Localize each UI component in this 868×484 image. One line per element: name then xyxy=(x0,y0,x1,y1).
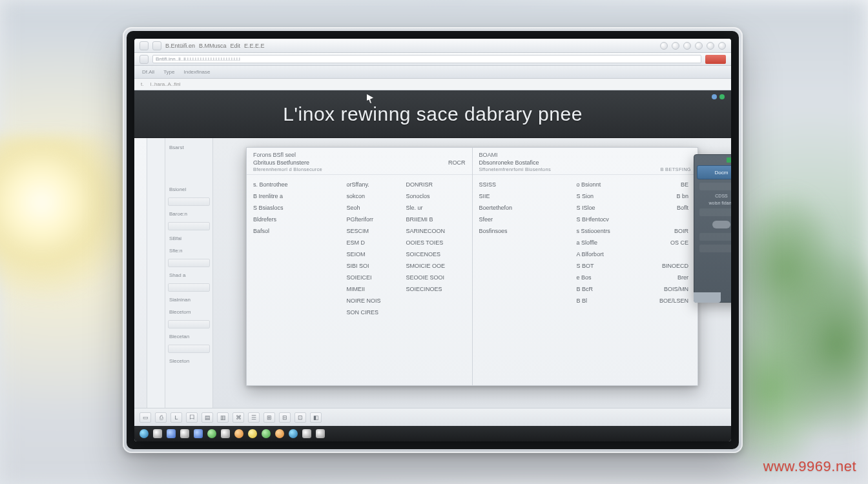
os-taskbar[interactable] xyxy=(134,426,731,441)
table-row[interactable]: SIBI SOISMOICIE OOE xyxy=(253,260,466,272)
table-row[interactable]: SOIEICEISEOOIE SOOI xyxy=(253,272,466,283)
sidebar-item[interactable]: Sialninan xyxy=(165,296,212,304)
toolbar-button[interactable]: ◧ xyxy=(310,412,322,423)
table-row[interactable]: a SloffleOS CE xyxy=(479,237,692,248)
sidebar-item[interactable] xyxy=(168,283,210,292)
taskbar-app-icon[interactable] xyxy=(153,429,162,438)
table-row[interactable]: B BlBOE/LSEN xyxy=(479,295,692,307)
tab[interactable]: Indexfinase xyxy=(183,69,210,75)
pane-head-line: BOAMI xyxy=(479,152,498,158)
tray-icon[interactable] xyxy=(695,42,703,50)
table-row[interactable]: MIMEIISOIECINOES xyxy=(253,283,466,295)
cell: S BOT xyxy=(577,263,641,269)
toolbar-button[interactable]: L xyxy=(170,412,182,423)
reload-button[interactable] xyxy=(140,55,149,64)
toolbar-button[interactable]: ⌘ xyxy=(232,412,244,423)
taskbar-app-icon[interactable] xyxy=(194,429,203,438)
toolbar-button[interactable]: ⊡ xyxy=(294,412,306,423)
tab[interactable]: Df.All xyxy=(142,69,154,75)
sidebar-item[interactable] xyxy=(168,345,210,353)
sidebar-item[interactable] xyxy=(168,222,210,230)
table-row[interactable]: e BosBrer xyxy=(479,272,692,283)
nav-back-button[interactable] xyxy=(140,41,149,50)
taskbar-app-icon[interactable] xyxy=(302,429,311,438)
panel-toggle[interactable] xyxy=(712,221,730,228)
nav-fwd-button[interactable] xyxy=(152,41,161,50)
taskbar-app-icon[interactable] xyxy=(221,429,230,438)
os-menu-bar[interactable]: B.Entüifi.en B.MMusca Edit E.E.E.E xyxy=(134,39,731,53)
table-row[interactable]: S BsiaslocsSeohSle. ur xyxy=(253,202,466,214)
tray-icon[interactable] xyxy=(718,42,726,50)
sidebar-item[interactable]: Sfie:n xyxy=(165,247,212,255)
page-banner: L'inox rewinng sace dabrary pnee xyxy=(134,90,731,138)
sidebar-item[interactable]: SBfai xyxy=(165,234,212,243)
taskbar-app-icon[interactable] xyxy=(207,429,216,438)
toolbar-button[interactable]: 口 xyxy=(186,412,198,423)
taskbar-app-icon[interactable] xyxy=(234,429,243,438)
sidebar-item[interactable] xyxy=(168,197,210,206)
sidebar-item[interactable]: Bsionel xyxy=(165,185,212,194)
panel-close-strip[interactable] xyxy=(727,157,731,163)
taskbar-app-icon[interactable] xyxy=(180,429,189,438)
toolbar-button[interactable]: ⎙ xyxy=(155,412,167,423)
table-row[interactable]: SIIES SionB bn xyxy=(479,190,692,202)
table-row[interactable]: BldrefersPGfteriforrBRIIEMI B xyxy=(253,214,466,225)
panel-footer-tab[interactable] xyxy=(694,292,721,303)
table-row[interactable]: S BOTBINOECD xyxy=(479,260,692,272)
menu-item[interactable]: E.E.E.E xyxy=(244,43,265,49)
menu-item[interactable]: B.Entüifi.en xyxy=(165,43,195,49)
taskbar-app-icon[interactable] xyxy=(275,429,284,438)
sidebar-item[interactable]: Shad a xyxy=(165,271,212,279)
sidebar-item[interactable]: Bsarst xyxy=(165,143,212,152)
table-row[interactable]: B Irenlitre asokconSonoclos xyxy=(253,190,466,202)
sidebar-item[interactable]: Blecetom xyxy=(165,308,212,316)
table-row[interactable]: NOIRE NOIS xyxy=(253,295,466,307)
sidebar-item[interactable] xyxy=(168,320,210,328)
tray-icon[interactable] xyxy=(660,42,668,50)
table-row[interactable]: B BcRBOIS/MN xyxy=(479,283,692,295)
table-row[interactable]: s. BontrotheeorSffany.DONRISR xyxy=(253,179,466,190)
cell: s. Bontrothee xyxy=(253,181,347,188)
cell: Boertethefon xyxy=(479,205,577,211)
toolbar-button[interactable]: ▤ xyxy=(202,412,213,423)
menu-item[interactable]: B.MMusca xyxy=(199,43,227,49)
cell: S Bsiaslocs xyxy=(253,205,347,211)
toolbar-button[interactable]: ☰ xyxy=(248,412,260,423)
table-row[interactable]: ESM DOOIES TOIES xyxy=(253,237,466,248)
toolbar-button[interactable]: ⊟ xyxy=(279,412,291,423)
sidebar-item[interactable]: Blecetan xyxy=(165,332,212,341)
column-header: ROCR xyxy=(448,159,466,166)
floating-panel[interactable]: Docm CDSS woisn fidano xyxy=(694,154,731,303)
address-text[interactable]: Bntifi.inn..li..ii.i.i.i.i.i.i.i.i.i.i.i… xyxy=(152,55,701,63)
table-row[interactable]: SSISSo BsionntBE xyxy=(479,179,692,190)
sidebar-item[interactable] xyxy=(168,259,210,267)
toolbar-button[interactable]: ▭ xyxy=(140,412,151,423)
cell: SIBI SOI xyxy=(347,263,406,269)
taskbar-app-icon[interactable] xyxy=(167,429,176,438)
cell: Seoh xyxy=(347,205,406,211)
table-row[interactable]: Bosfinsoess SstiooentrsBOIR xyxy=(479,225,692,237)
close-button[interactable] xyxy=(705,55,726,64)
tray-icon[interactable] xyxy=(683,42,691,50)
tray-icon[interactable] xyxy=(672,42,679,50)
sidebar-item[interactable]: Baroe:n xyxy=(165,210,212,218)
table-row[interactable]: A Blforbort xyxy=(479,248,692,260)
menu-item[interactable]: Edit xyxy=(231,43,241,49)
taskbar-app-icon[interactable] xyxy=(316,429,325,438)
table-row[interactable]: SON CIRES xyxy=(253,307,466,318)
start-orb-icon[interactable] xyxy=(140,429,149,438)
table-row[interactable]: BafsolSESCIMSARINECOON xyxy=(253,225,466,237)
toolbar-button[interactable]: ▥ xyxy=(217,412,229,423)
taskbar-app-icon[interactable] xyxy=(262,429,271,438)
taskbar-app-icon[interactable] xyxy=(248,429,257,438)
sidebar-item[interactable]: Sleceton xyxy=(165,357,212,365)
toolbar-button[interactable]: ⊞ xyxy=(264,412,275,423)
table-row[interactable]: SfeerS BHfentocv xyxy=(479,214,692,225)
cell: B Bl xyxy=(577,297,641,304)
tray-icon[interactable] xyxy=(707,42,714,50)
panel-primary-button[interactable]: Docm xyxy=(697,165,731,179)
taskbar-app-icon[interactable] xyxy=(289,429,298,438)
table-row[interactable]: BoertethefonS ISloeBoflt xyxy=(479,202,692,214)
tab[interactable]: Type xyxy=(163,69,174,75)
table-row[interactable]: SEIOMSOICENOES xyxy=(253,248,466,260)
